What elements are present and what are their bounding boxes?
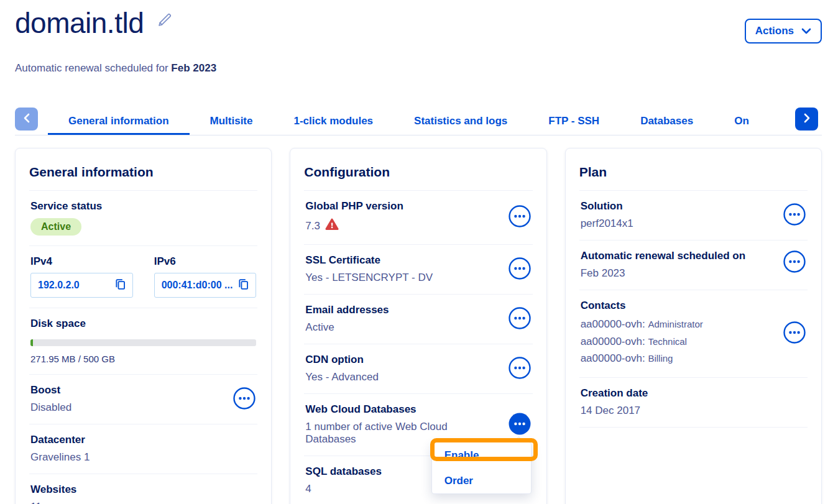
disk-space-label: Disk space bbox=[30, 318, 256, 330]
renewal-value: Feb 2023 bbox=[581, 267, 775, 280]
creation-date-label: Creation date bbox=[581, 387, 806, 400]
row-cdn-option: CDN option Yes - Advanced bbox=[304, 344, 532, 393]
cdn-value: Yes - Advanced bbox=[305, 371, 500, 383]
boost-label: Boost bbox=[30, 384, 225, 396]
datacenter-label: Datacenter bbox=[30, 434, 256, 446]
tabs-scroll-left-button[interactable] bbox=[15, 108, 38, 131]
pencil-icon bbox=[156, 21, 173, 30]
renewal-subtitle: Automatic renewal scheduled for Feb 2023 bbox=[15, 62, 822, 75]
row-creation-date: Creation date 14 Dec 2017 bbox=[579, 377, 808, 427]
row-solution: Solution perf2014x1 bbox=[579, 190, 808, 240]
php-options-button[interactable] bbox=[508, 204, 532, 230]
row-boost: Boost Disabled bbox=[29, 374, 257, 424]
contacts-options-button[interactable] bbox=[783, 321, 806, 346]
tab-bar: General information Multisite 1-click mo… bbox=[15, 108, 822, 135]
solution-label: Solution bbox=[581, 200, 775, 213]
tab-list: General information Multisite 1-click mo… bbox=[48, 108, 797, 135]
row-email-addresses: Email addresses Active bbox=[304, 294, 532, 344]
copy-ipv6-button[interactable] bbox=[233, 278, 250, 293]
wcd-label: Web Cloud Databases bbox=[305, 403, 500, 416]
ssl-options-button[interactable] bbox=[508, 257, 532, 282]
page-header: domain.tld Actions bbox=[15, 0, 822, 44]
copy-icon bbox=[114, 278, 127, 293]
ssl-value: Yes - LETSENCRYPT - DV bbox=[305, 272, 500, 284]
row-ip-addresses: IPv4 192.0.2.0 IPv6 bbox=[29, 245, 257, 308]
contact-technical: aa00000-ovh: Technical bbox=[581, 333, 775, 351]
datacenter-value: Gravelines 1 bbox=[30, 451, 256, 464]
row-disk-space: Disk space 271.95 MB / 500 GB bbox=[29, 308, 257, 374]
email-label: Email addresses bbox=[305, 304, 500, 316]
menu-item-order[interactable]: Order bbox=[432, 468, 531, 493]
status-badge: Active bbox=[30, 218, 81, 236]
php-version-value: 7.3 bbox=[305, 220, 320, 232]
tab-1-click-modules[interactable]: 1-click modules bbox=[273, 108, 394, 135]
actions-button-label: Actions bbox=[755, 25, 794, 37]
contact-account: aa00000-ovh: bbox=[581, 352, 645, 364]
ellipsis-icon bbox=[783, 250, 806, 275]
contact-administrator: aa00000-ovh: Administrator bbox=[581, 316, 775, 333]
boost-options-button[interactable] bbox=[233, 387, 256, 412]
ipv4-label: IPv4 bbox=[30, 255, 133, 268]
solution-options-button[interactable] bbox=[783, 203, 806, 228]
renewal-label: Automatic renewal scheduled on bbox=[581, 250, 775, 262]
cdn-options-button[interactable] bbox=[508, 356, 532, 382]
contact-role: Administrator bbox=[648, 319, 702, 329]
row-web-cloud-databases: Web Cloud Databases 1 number of active W… bbox=[304, 393, 532, 456]
actions-button[interactable]: Actions bbox=[745, 19, 822, 44]
solution-value: perf2014x1 bbox=[581, 218, 775, 230]
chevron-right-icon bbox=[804, 113, 810, 125]
ipv4-field: 192.0.2.0 bbox=[30, 273, 133, 298]
chevron-down-icon bbox=[801, 25, 811, 37]
menu-item-enable[interactable]: Enable bbox=[432, 442, 531, 468]
tab-multisite[interactable]: Multisite bbox=[190, 108, 274, 135]
ssl-label: SSL Certificate bbox=[305, 254, 500, 267]
tabs-scroll-right-button[interactable] bbox=[795, 108, 818, 131]
row-contacts: Contacts aa00000-ovh: Administrator aa00… bbox=[579, 290, 808, 377]
tab-truncated[interactable]: On bbox=[714, 108, 770, 135]
card-title: Plan bbox=[579, 165, 808, 180]
renewal-options-button[interactable] bbox=[783, 250, 806, 275]
ellipsis-icon bbox=[508, 356, 532, 382]
cards-grid: General information Service status Activ… bbox=[15, 148, 822, 504]
email-value: Active bbox=[305, 321, 500, 334]
renewal-date: Feb 2023 bbox=[171, 62, 216, 74]
tab-general-information[interactable]: General information bbox=[48, 108, 190, 135]
wcd-options-menu: Enable Order bbox=[431, 442, 532, 494]
renewal-subtitle-text: Automatic renewal scheduled for bbox=[15, 62, 171, 74]
row-automatic-renewal: Automatic renewal scheduled on Feb 2023 bbox=[579, 240, 808, 290]
chevron-left-icon bbox=[24, 113, 30, 125]
ellipsis-icon bbox=[508, 306, 532, 332]
row-empty bbox=[579, 427, 808, 456]
websites-label: Websites bbox=[30, 483, 256, 496]
row-websites: Websites 11 bbox=[29, 474, 257, 504]
hosting-dashboard: domain.tld Actions Automatic renewal sch… bbox=[0, 0, 838, 504]
email-options-button[interactable] bbox=[508, 306, 532, 332]
contact-role: Billing bbox=[648, 353, 673, 364]
ipv6-block: IPv6 000:41:d0:00 ... bbox=[154, 255, 257, 298]
tab-statistics-and-logs[interactable]: Statistics and logs bbox=[394, 108, 528, 135]
card-title: General information bbox=[29, 165, 257, 180]
ipv6-value: 000:41:d0:00 ... bbox=[162, 280, 233, 291]
edit-domain-button[interactable] bbox=[154, 9, 175, 33]
disk-usage-progress-fill bbox=[30, 339, 33, 346]
creation-date-value: 14 Dec 2017 bbox=[581, 405, 806, 417]
ellipsis-icon bbox=[508, 412, 532, 438]
card-plan: Plan Solution perf2014x1 Automatic renew… bbox=[565, 148, 822, 504]
php-version-label: Global PHP version bbox=[305, 200, 500, 213]
row-datacenter: Datacenter Gravelines 1 bbox=[29, 424, 257, 474]
row-global-php-version: Global PHP version 7.3 bbox=[304, 190, 532, 244]
copy-ipv4-button[interactable] bbox=[110, 278, 127, 293]
contact-account: aa00000-ovh: bbox=[581, 336, 645, 347]
contact-role: Technical bbox=[648, 336, 687, 347]
tab-databases[interactable]: Databases bbox=[620, 108, 714, 135]
tab-ftp-ssh[interactable]: FTP - SSH bbox=[528, 108, 620, 135]
boost-value: Disabled bbox=[30, 401, 225, 414]
ipv6-label: IPv6 bbox=[154, 255, 257, 268]
card-title: Configuration bbox=[304, 165, 532, 180]
warning-icon bbox=[325, 218, 339, 234]
wcd-options-button[interactable] bbox=[508, 412, 532, 438]
ellipsis-icon bbox=[233, 387, 256, 412]
disk-usage-progressbar bbox=[30, 339, 256, 346]
ipv6-field: 000:41:d0:00 ... bbox=[154, 273, 257, 298]
contacts-label: Contacts bbox=[581, 300, 775, 312]
